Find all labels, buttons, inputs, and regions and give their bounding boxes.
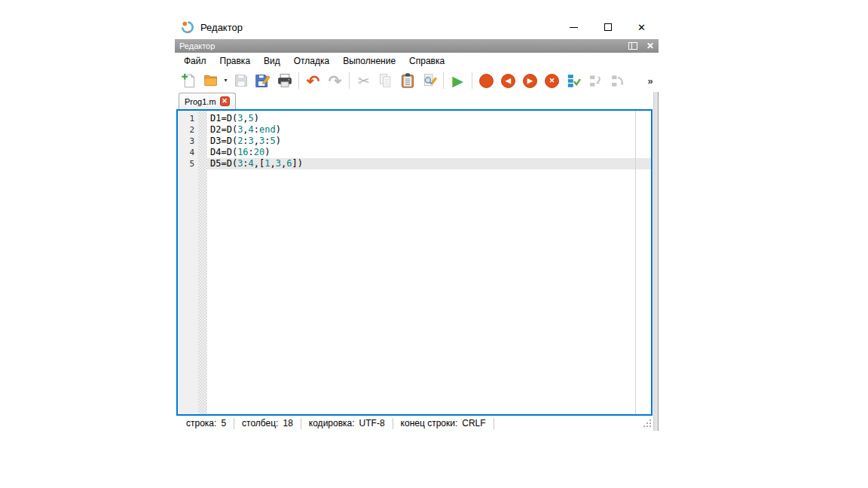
step-icon: [567, 74, 582, 88]
dock-titlebar[interactable]: Редактор ✕: [175, 39, 659, 53]
code-token: D5=D(: [210, 158, 237, 169]
long-line-marker: [635, 111, 636, 414]
print-button[interactable]: [274, 71, 295, 91]
paste-button[interactable]: [396, 71, 418, 91]
paste-icon: [400, 72, 415, 89]
toolbar-overflow-button[interactable]: »: [644, 69, 656, 92]
code-token: 4: [249, 158, 254, 169]
toolbar-separator: [349, 72, 350, 89]
menu-item-run[interactable]: Выполнение: [336, 54, 402, 68]
status-eol-value: CRLF: [462, 418, 485, 429]
find-replace-button[interactable]: [418, 71, 440, 91]
code-line-3[interactable]: D3=D(2:3,3:5): [207, 136, 651, 147]
code-token: ): [254, 113, 259, 124]
line-number[interactable]: 3: [178, 136, 198, 147]
previous-breakpoint-icon: ◀: [501, 74, 515, 88]
menu-item-edit[interactable]: Правка: [213, 54, 258, 68]
line-number[interactable]: 1: [178, 113, 198, 124]
status-eol-label: конец строки:: [401, 418, 458, 429]
save-as-icon: [255, 73, 270, 89]
dock-controls: ✕: [628, 41, 654, 50]
cut-button[interactable]: ✂: [353, 71, 374, 91]
desktop: Редактор ✕ Редактор ✕ Файл Правка Вид От…: [0, 0, 868, 488]
tab-label: Prog1.m: [185, 97, 216, 106]
code-token: ,: [243, 124, 248, 135]
line-number[interactable]: 2: [178, 124, 198, 136]
undo-icon: ↶: [307, 73, 320, 89]
previous-breakpoint-button[interactable]: ◀: [497, 71, 519, 91]
statusbar: строка: 5 столбец: 18 кодировка: UTF-8 к…: [175, 416, 659, 431]
window-titlebar: Редактор ✕: [175, 15, 659, 39]
code-token: :: [254, 124, 259, 135]
open-file-button[interactable]: [200, 71, 222, 91]
line-number[interactable]: 5: [178, 158, 198, 169]
code-area[interactable]: D1=D(3,5)D2=D(3,4:end)D3=D(2:3,3:5)D4=D(…: [207, 111, 651, 414]
code-token: ): [276, 136, 281, 146]
menu-item-help[interactable]: Справка: [402, 54, 451, 68]
breakpoint-icon: [479, 74, 494, 88]
open-dropdown-button[interactable]: ▾: [222, 71, 230, 91]
status-encoding: кодировка: UTF-8: [301, 418, 393, 429]
code-token: ,: [243, 113, 248, 124]
remove-breakpoints-button[interactable]: ✕: [541, 71, 563, 91]
cut-icon: ✂: [358, 74, 370, 88]
minimize-icon: [570, 27, 578, 28]
status-column-value: 18: [283, 418, 292, 429]
window-title: Редактор: [200, 22, 243, 33]
minimize-button[interactable]: [557, 15, 591, 39]
undock-icon[interactable]: [628, 42, 637, 50]
redo-icon: ↷: [329, 73, 342, 89]
line-number-gutter[interactable]: 12345: [178, 111, 198, 414]
tab-prog1[interactable]: Prog1.m ✕: [179, 93, 236, 109]
code-line-5[interactable]: D5=D(3:4,[1,3,6]): [207, 158, 651, 169]
run-button[interactable]: ▶: [447, 71, 469, 91]
code-editor: 12345 D1=D(3,5)D2=D(3,4:end)D3=D(2:3,3:5…: [176, 109, 653, 416]
code-line-2[interactable]: D2=D(3,4:end): [207, 124, 651, 136]
save-button[interactable]: [230, 71, 252, 91]
tab-close-button[interactable]: ✕: [220, 96, 230, 106]
code-token: D3=D(: [210, 136, 237, 146]
next-breakpoint-icon: ▶: [523, 74, 537, 88]
run-icon: ▶: [452, 74, 463, 88]
step-in-button[interactable]: [585, 71, 607, 91]
code-token: :: [243, 158, 248, 169]
menu-item-file[interactable]: Файл: [177, 54, 213, 68]
menu-item-debug[interactable]: Отладка: [287, 54, 336, 68]
save-icon: [234, 73, 249, 88]
line-number[interactable]: 4: [178, 147, 198, 158]
status-column: столбец: 18: [234, 418, 301, 429]
code-token: 16: [237, 147, 248, 157]
dock-title: Редактор: [179, 41, 215, 50]
code-line-1[interactable]: D1=D(3,5): [207, 113, 651, 124]
save-as-button[interactable]: [252, 71, 274, 91]
menu-item-view[interactable]: Вид: [257, 54, 287, 68]
redo-button[interactable]: ↷: [324, 71, 346, 91]
step-button[interactable]: [563, 71, 585, 91]
code-token: :: [243, 136, 248, 146]
editor-window: Редактор ✕ Редактор ✕ Файл Правка Вид От…: [175, 15, 659, 431]
maximize-icon: [604, 23, 612, 31]
copy-icon: [378, 73, 393, 88]
remove-breakpoints-icon: ✕: [545, 74, 559, 88]
maximize-button[interactable]: [591, 15, 625, 39]
code-token: :: [249, 147, 254, 157]
next-breakpoint-button[interactable]: ▶: [519, 71, 541, 91]
code-token: 3: [276, 158, 281, 169]
code-line-4[interactable]: D4=D(16:20): [207, 147, 651, 158]
step-out-button[interactable]: [607, 71, 628, 91]
app-logo-icon: [181, 20, 194, 34]
code-token: 4: [249, 124, 254, 135]
close-button[interactable]: ✕: [625, 15, 659, 39]
code-token: end: [259, 124, 276, 135]
scrollbar-gutter: [653, 92, 659, 431]
copy-button[interactable]: [374, 71, 396, 91]
close-icon: ✕: [637, 22, 646, 33]
resize-grip-icon[interactable]: [649, 425, 651, 427]
code-token: :: [264, 136, 270, 146]
new-file-button[interactable]: [178, 71, 200, 91]
fold-margin[interactable]: [198, 111, 207, 414]
print-icon: [277, 73, 293, 88]
toggle-breakpoint-button[interactable]: [475, 71, 497, 91]
undo-button[interactable]: ↶: [302, 71, 324, 91]
dock-close-icon[interactable]: ✕: [646, 41, 654, 50]
